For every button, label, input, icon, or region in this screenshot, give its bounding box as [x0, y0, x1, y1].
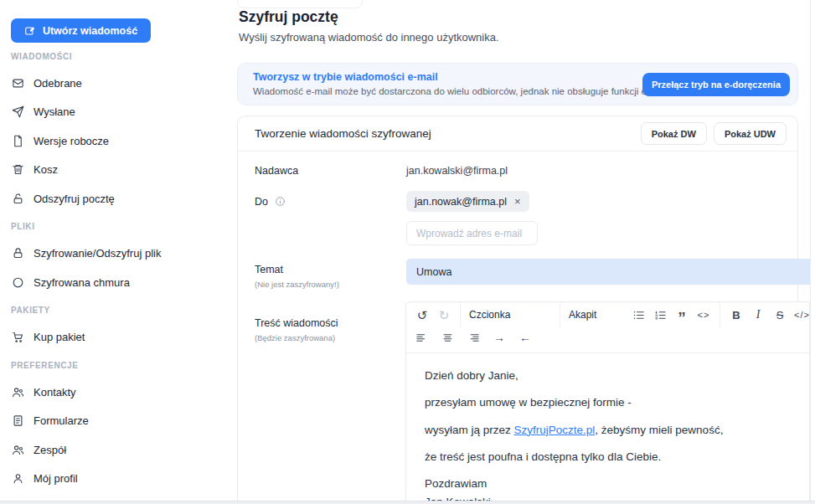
sidebar-item-kosz[interactable]: Kosz — [11, 156, 220, 185]
message-paragraph: wysyłam ją przez SzyfrujPoczte.pl, żebyś… — [425, 421, 791, 440]
message-link[interactable]: SzyfrujPoczte.pl — [514, 424, 596, 436]
sidebar-item-kup-pakiet[interactable]: Kup pakiet — [11, 323, 220, 352]
subject-note: (Nie jest zaszyfrowany!) — [255, 280, 339, 289]
message-paragraph: że treść jest poufna i dostępna tylko dl… — [425, 448, 791, 466]
sidebar: Utwórz wiadomość WIADOMOŚCIOdebraneWysła… — [0, 0, 226, 504]
indent-icon: → — [493, 332, 505, 343]
align-left-button[interactable] — [411, 327, 431, 347]
toolbar-group: ↺↻ — [406, 302, 461, 327]
sidebar-item-label: Zespół — [34, 444, 66, 456]
switch-mode-button[interactable]: Przełącz tryb na e-doręczenia — [642, 73, 790, 96]
viewport-bottom-edge — [0, 501, 815, 504]
ordered-list-button[interactable] — [650, 305, 670, 325]
sidebar-item-label: Kup pakiet — [34, 331, 85, 343]
align-center-icon — [441, 332, 454, 344]
inbox-envelope-icon — [11, 77, 24, 90]
bullet-list-button[interactable] — [628, 305, 648, 325]
subject-input[interactable] — [406, 259, 811, 285]
bullet-list-icon — [632, 309, 645, 321]
sidebar-item-label: Odebrane — [34, 77, 82, 90]
scrolled-element-remnant — [237, 0, 363, 8]
info-icon — [275, 196, 286, 207]
align-center-button[interactable] — [437, 327, 457, 347]
document-icon — [11, 135, 24, 147]
recipient-chip-area: jan.nowak@firma.pl× — [406, 191, 529, 212]
sidebar-section-label: WIADOMOŚCI — [11, 50, 220, 62]
redo-icon: ↻ — [439, 309, 450, 321]
profile-icon — [11, 472, 24, 485]
undo-icon: ↺ — [417, 309, 428, 321]
sidebar-item-kontakty[interactable]: Kontakty — [11, 378, 220, 407]
sidebar-item-label: Formularze — [34, 414, 89, 427]
compose-card-title: Tworzenie wiadomości szyfrowanej — [255, 127, 634, 140]
page-title: Szyfruj pocztę — [239, 8, 338, 26]
sidebar-section: PAKIETYKup pakiet — [11, 305, 220, 352]
align-right-button[interactable] — [463, 327, 483, 347]
redo-button[interactable]: ↻ — [434, 305, 454, 325]
align-left-icon — [415, 332, 428, 344]
sidebar-item-label: Szyfrowanie/Odszyfruj plik — [34, 247, 161, 260]
forms-icon — [11, 414, 24, 427]
send-icon — [11, 105, 24, 118]
body-note: (Będzie zaszyfrowana) — [255, 333, 335, 342]
recipient-email-input[interactable] — [406, 221, 538, 245]
compose-card-header: Tworzenie wiadomości szyfrowanej Pokaż D… — [238, 116, 797, 152]
contacts-icon — [11, 386, 24, 399]
sidebar-nav: WIADOMOŚCIOdebraneWysłaneWersje roboczeK… — [11, 50, 220, 493]
sidebar-section-label: PAKIETY — [11, 305, 220, 316]
sidebar-item-moj-profil[interactable]: Mój profil — [11, 465, 220, 494]
lock-icon — [11, 247, 24, 260]
sidebar-item-wersje-robocze[interactable]: Wersje robocze — [11, 126, 220, 156]
sidebar-item-label: Kontakty — [34, 386, 76, 399]
sidebar-item-label: Odszyfruj pocztę — [34, 193, 115, 205]
sidebar-item-label: Mój profil — [34, 472, 78, 485]
sender-label: Nadawca — [255, 165, 298, 177]
sidebar-item-odebrane[interactable]: Odebrane — [11, 69, 220, 98]
banner-title: Tworzysz w trybie wiadomości e-mail — [253, 71, 438, 83]
strikethrough-button[interactable]: S — [770, 305, 790, 325]
compose-icon — [24, 25, 36, 37]
recipient-chip-email: jan.nowak@firma.pl — [415, 196, 507, 208]
unlock-icon — [11, 193, 24, 205]
recipient-chip: jan.nowak@firma.pl× — [406, 191, 529, 212]
message-paragraph: Dzień dobry Janie, — [425, 367, 791, 385]
compose-message-button[interactable]: Utwórz wiadomość — [11, 18, 151, 43]
sidebar-item-formularze[interactable]: Formularze — [11, 407, 220, 436]
show-cc-button[interactable]: Pokaż DW — [641, 122, 707, 145]
sidebar-section-label: PREFERENCJE — [11, 359, 220, 371]
bold-icon: B — [732, 310, 740, 321]
font-dropdown[interactable]: Czcionka — [467, 305, 554, 325]
undo-button[interactable]: ↺ — [412, 305, 432, 325]
inline-code-button[interactable]: <> — [694, 305, 714, 325]
toolbar-group: Akapit”<> — [560, 302, 720, 327]
show-bcc-button[interactable]: Pokaż UDW — [714, 122, 787, 145]
sidebar-item-odszyfruj-poczte[interactable]: Odszyfruj pocztę — [11, 184, 220, 213]
close-icon[interactable]: × — [514, 196, 521, 207]
paragraph-dropdown[interactable]: Akapit — [566, 305, 627, 325]
message-paragraph: PozdrawiamJan Kowalski — [425, 475, 791, 504]
sidebar-item-zespol[interactable]: Zespół — [11, 435, 220, 465]
sidebar-item-szyfrowanie-plik[interactable]: Szyfrowanie/Odszyfruj plik — [11, 239, 220, 269]
italic-button[interactable]: I — [748, 305, 768, 325]
sidebar-item-label: Kosz — [34, 163, 58, 176]
body-label: Treść wiadomości — [255, 317, 338, 329]
indent-button[interactable]: → — [489, 327, 509, 347]
bold-button[interactable]: B — [726, 305, 746, 325]
team-icon — [11, 444, 24, 456]
align-right-icon — [467, 332, 480, 344]
rich-text-editor: ↺↻CzcionkaAkapit”<>BIS</> →← Dzień dobry… — [405, 301, 810, 504]
sidebar-section: PLIKISzyfrowanie/Odszyfruj plikSzyfrowan… — [11, 221, 220, 297]
trash-icon — [11, 163, 24, 176]
outdent-button[interactable]: ← — [515, 327, 535, 347]
message-body[interactable]: Dzień dobry Janie,przesyłam umowę w bezp… — [406, 353, 809, 504]
sidebar-item-label: Wersje robocze — [34, 135, 109, 147]
toolbar-group: Czcionka — [461, 302, 560, 327]
sidebar-item-szyfrowana-chmura[interactable]: Szyfrowana chmura — [11, 268, 220, 297]
cloud-circle-icon — [11, 276, 24, 289]
cart-icon — [11, 331, 24, 343]
sidebar-item-wyslane[interactable]: Wysłane — [11, 98, 220, 127]
email-mode-banner: Tworzysz w trybie wiadomości e-mail Wiad… — [237, 63, 798, 105]
sidebar-section-label: PLIKI — [11, 221, 220, 233]
sidebar-item-label: Szyfrowana chmura — [34, 276, 130, 289]
blockquote-button[interactable]: ” — [672, 305, 692, 325]
